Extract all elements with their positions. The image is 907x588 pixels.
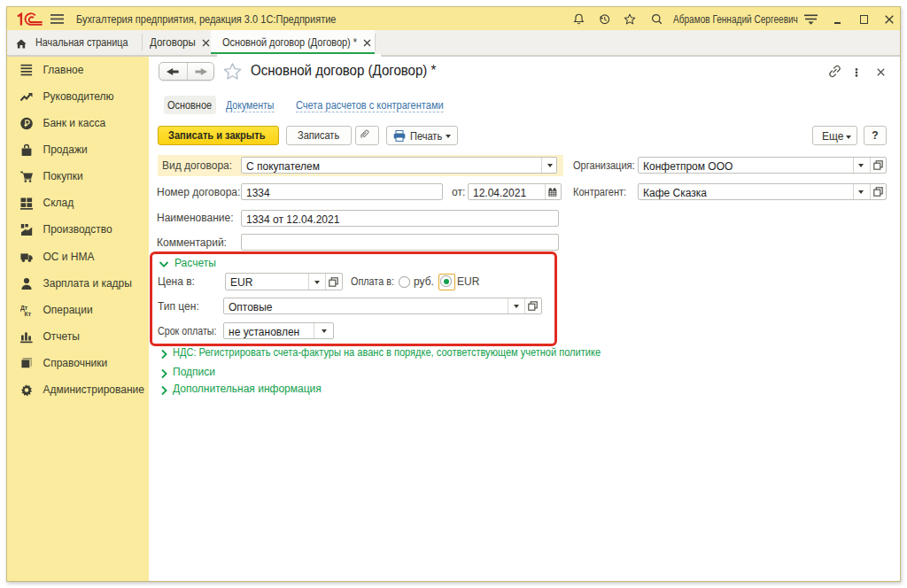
- svg-text:Кт: Кт: [25, 311, 32, 317]
